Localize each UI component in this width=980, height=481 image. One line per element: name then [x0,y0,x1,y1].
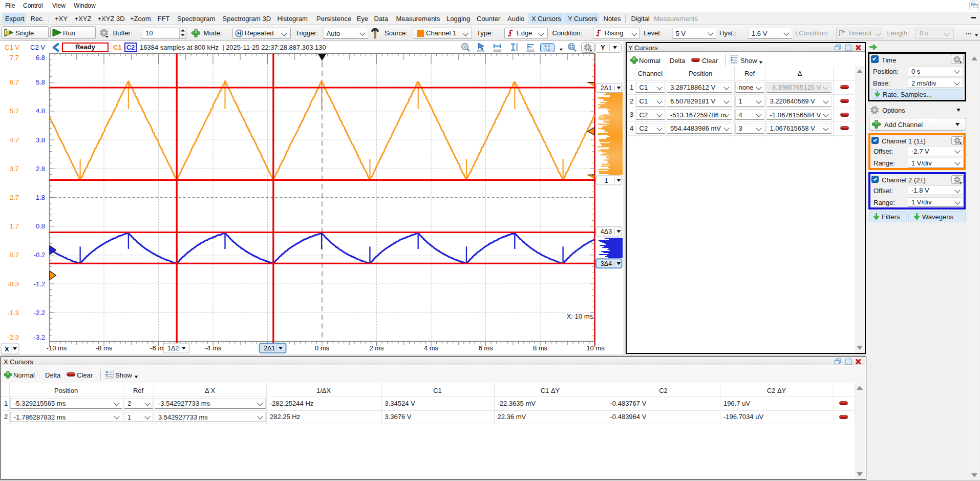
svg-text:8 ms: 8 ms [533,344,548,352]
svg-text:2Δ1: 2Δ1 [264,345,275,352]
svg-text:-10 ms: -10 ms [47,344,67,352]
svg-text:3Δ4: 3Δ4 [601,260,612,267]
svg-text:10 ms: 10 ms [586,344,605,352]
svg-text:1: 1 [605,177,608,184]
svg-text:4 ms: 4 ms [424,344,439,352]
svg-text:2 ms: 2 ms [369,344,384,352]
svg-text:-8 ms: -8 ms [96,344,113,352]
svg-text:0 ms: 0 ms [315,344,330,352]
svg-text:4Δ3: 4Δ3 [601,228,612,235]
svg-text:1Δ2: 1Δ2 [167,345,179,352]
svg-text:X: 10 ms: X: 10 ms [567,312,593,320]
svg-text:2Δ1: 2Δ1 [601,85,612,92]
svg-text:X: X [5,345,9,353]
svg-text:6 ms: 6 ms [478,344,493,352]
svg-text:-4 ms: -4 ms [205,344,222,352]
